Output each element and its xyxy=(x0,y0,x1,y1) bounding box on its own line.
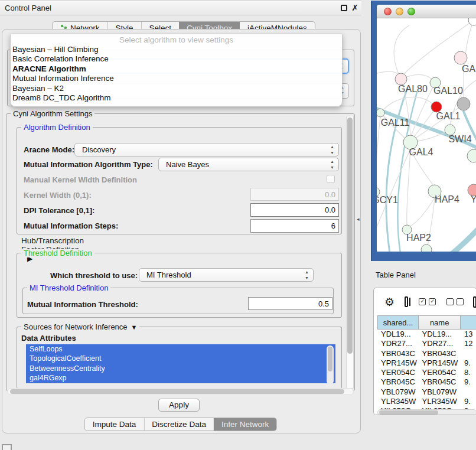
column-layout-icon[interactable] xyxy=(405,296,408,307)
network-edge[interactable] xyxy=(452,226,476,252)
tab-infer-network[interactable]: Infer Network xyxy=(214,418,276,431)
apply-button[interactable]: Apply xyxy=(158,399,200,412)
network-edge[interactable] xyxy=(377,149,410,231)
table-cell: YBR043C xyxy=(419,349,461,358)
mi-type-label: Mutual Information Algorithm Type: xyxy=(24,160,153,169)
which-threshold-value: MI Threshold xyxy=(146,270,191,279)
expand-down-icon: ▼ xyxy=(131,324,138,331)
attributes-scroll-thumb[interactable] xyxy=(328,347,332,371)
tab-label: Discretize Data xyxy=(152,418,206,431)
close-panel-icon[interactable]: ✗ xyxy=(351,3,358,12)
network-graph: GALGAL80GAL10GAL11GAL1SWI4GAL4GCY1HAP4YH… xyxy=(377,18,476,252)
network-node-label: GAL xyxy=(462,64,476,74)
network-view-window[interactable]: GALGAL80GAL10GAL11GAL1SWI4GAL4GCY1HAP4YH… xyxy=(371,1,476,261)
table-row[interactable]: YBL079WYBL079W xyxy=(377,387,476,397)
tab-impute-data[interactable]: Impute Data xyxy=(85,418,144,431)
mi-steps-label: Mutual Information Steps: xyxy=(24,221,118,230)
control-panel-titlebar: Control Panel ✗ xyxy=(0,0,361,15)
attribute-item[interactable]: SelfLoops xyxy=(26,344,335,354)
dropdown-item[interactable]: Mutual Information Inference xyxy=(11,74,342,83)
dropdown-item[interactable]: ARACNE Algorithm xyxy=(11,64,342,74)
split-pane-collapse-icon[interactable]: ◂ xyxy=(357,216,360,222)
mi-threshold-field[interactable]: 0.5 xyxy=(248,297,332,310)
network-node-label: GAL80 xyxy=(398,84,428,94)
function-builder-icon[interactable] xyxy=(473,296,476,308)
network-node[interactable] xyxy=(457,97,470,110)
column-header[interactable]: shared... xyxy=(378,316,419,329)
attribute-item[interactable]: BetweennessCentrality xyxy=(26,364,335,373)
sources-group-title[interactable]: Sources for Network Inference▼ xyxy=(21,322,139,331)
network-node-label: GAL10 xyxy=(433,86,463,96)
zoom-traffic-light[interactable] xyxy=(407,8,415,15)
mi-type-combo[interactable]: Naive Bayes ▲▼ xyxy=(158,158,339,171)
network-node-label: HAP2 xyxy=(406,233,431,243)
network-window-titlebar[interactable] xyxy=(377,5,476,18)
table-hscroll-thumb[interactable] xyxy=(379,410,438,415)
mi-steps-field[interactable]: 6 xyxy=(250,219,339,233)
network-edge[interactable] xyxy=(377,117,380,187)
minimized-panel-icon[interactable] xyxy=(2,444,12,450)
column-header[interactable] xyxy=(461,316,476,329)
dropdown-item[interactable]: Dream8 DC_TDC Algorithm xyxy=(11,93,342,103)
tab-discretize-data[interactable]: Discretize Data xyxy=(144,418,214,431)
network-node[interactable] xyxy=(467,149,476,162)
table-row[interactable]: YBR045CYBR045C9. xyxy=(377,377,476,387)
sources-title-text: Sources for Network Inference xyxy=(24,322,128,331)
attributes-scrollbar[interactable] xyxy=(327,345,334,384)
aracne-mode-value: Discovery xyxy=(82,145,116,154)
dropdown-item[interactable]: Bayesian – K2 xyxy=(11,84,342,93)
network-node[interactable] xyxy=(454,51,467,64)
network-edge[interactable] xyxy=(410,198,435,226)
settings-scroll-thumb[interactable] xyxy=(347,118,353,354)
table-horizontal-scrollbar[interactable] xyxy=(377,409,476,415)
network-node[interactable] xyxy=(468,18,476,25)
network-node[interactable] xyxy=(395,73,407,85)
table-cell: 9. xyxy=(461,377,476,387)
table-body: YDL19...YDL19...13YDR27...YDR27...12YBR0… xyxy=(377,330,476,410)
gear-icon[interactable]: ⚙ xyxy=(384,295,395,309)
checked-box-icon: ✓ xyxy=(419,298,426,305)
kernel-width-field[interactable]: 0.0 xyxy=(250,188,339,201)
table-row[interactable]: YPR145WYPR145W9. xyxy=(377,358,476,368)
manual-kernel-label: Manual Kernel Width Definition xyxy=(24,175,137,184)
dpi-tolerance-field[interactable]: 0.0 xyxy=(250,203,339,217)
dropdown-placeholder: Select algorithm to view settings xyxy=(11,34,342,45)
attribute-item[interactable]: gal4RGexp xyxy=(26,373,335,383)
network-edge[interactable] xyxy=(407,149,410,225)
which-threshold-combo[interactable]: MI Threshold ▲▼ xyxy=(139,268,314,282)
table-cell: YDL19... xyxy=(377,330,419,339)
manual-kernel-checkbox[interactable] xyxy=(327,175,335,183)
dropdown-item[interactable]: Basic Correlation Inference xyxy=(11,54,342,64)
float-panel-icon[interactable] xyxy=(341,5,347,11)
settings-hscroll-thumb[interactable] xyxy=(10,389,344,394)
column-header[interactable]: name xyxy=(419,316,461,329)
table-row[interactable]: YLR345WYLR345W9. xyxy=(377,397,476,406)
network-node[interactable] xyxy=(377,109,384,117)
deselect-all-icon[interactable] xyxy=(446,298,464,305)
table-header-row: shared...name xyxy=(377,315,476,330)
network-node[interactable] xyxy=(421,244,432,252)
bottom-tab-bar: Impute DataDiscretize DataInfer Network xyxy=(84,418,277,431)
dpi-tolerance-value: 0.0 xyxy=(325,206,335,214)
aracne-mode-label: Aracne Mode: xyxy=(24,145,74,154)
select-all-icon[interactable]: ✓✓ xyxy=(419,298,436,305)
dropdown-item[interactable]: Bayesian – Hill Climbing xyxy=(11,45,342,54)
network-node-label: GCY1 xyxy=(377,195,398,205)
table-row[interactable]: YDR27...YDR27...12 xyxy=(377,339,476,348)
mi-steps-value: 6 xyxy=(331,221,335,230)
table-row[interactable]: YDL19...YDL19...13 xyxy=(377,330,476,339)
close-traffic-light[interactable] xyxy=(384,8,392,15)
aracne-mode-combo[interactable]: Discovery ▲▼ xyxy=(74,143,339,156)
settings-scrollbar[interactable] xyxy=(346,116,354,389)
network-edge[interactable] xyxy=(380,97,436,113)
table-cell: 12 xyxy=(461,339,476,348)
table-row[interactable]: YBR043CYBR043C xyxy=(377,349,476,358)
threshold-definition-title: Threshold Definition xyxy=(21,249,94,257)
dpi-tolerance-label: DPI Tolerance [0,1]: xyxy=(24,206,94,215)
attribute-item[interactable]: TopologicalCoefficient xyxy=(26,354,335,363)
minimize-traffic-light[interactable] xyxy=(396,8,403,15)
network-canvas[interactable]: GALGAL80GAL10GAL11GAL1SWI4GAL4GCY1HAP4YH… xyxy=(377,18,476,252)
table-row[interactable]: YER054CYER054C8. xyxy=(377,368,476,377)
settings-horizontal-scrollbar[interactable] xyxy=(7,388,354,395)
table-cell: 13 xyxy=(461,330,476,339)
